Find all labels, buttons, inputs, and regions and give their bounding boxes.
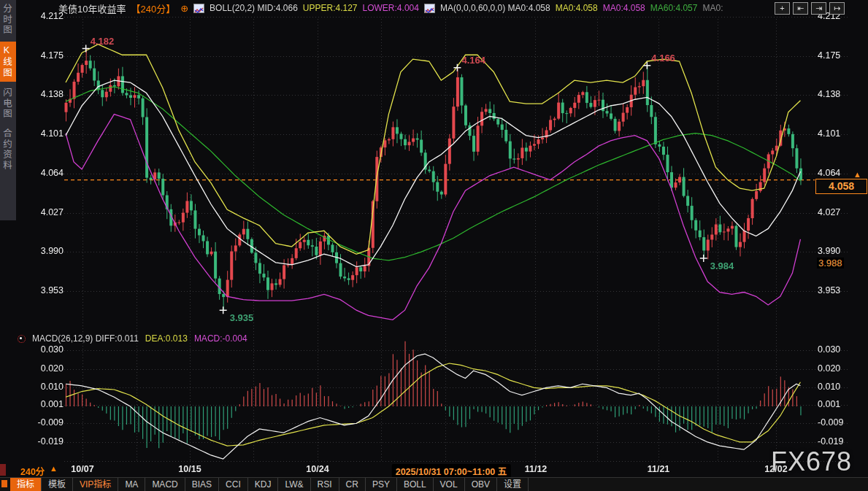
timeframe-label[interactable]: 240分 — [20, 464, 45, 478]
x-axis-label: 10/07 — [71, 464, 93, 474]
y-axis-label: 4.138 — [26, 89, 64, 99]
y-axis-label: 0.020 — [26, 363, 64, 374]
macd-panel-header: MACD(26,12,9) DIFF:0.011DEA:0.013MACD:-0… — [18, 333, 247, 344]
x-axis-highlight-label: 2025/10/31 07:00~11:00 五 — [392, 464, 511, 478]
ma-indicator-icon[interactable] — [424, 4, 435, 13]
x-axis-label: 11/21 — [648, 464, 670, 474]
boll-indicator-icon[interactable] — [193, 4, 204, 13]
sidebar-tab-time-chart[interactable]: 分时图 — [0, 0, 16, 39]
y-axis-label: -0.019 — [26, 436, 64, 446]
macd-value: MACD:-0.004 — [194, 333, 247, 344]
watermark: FX678 — [771, 446, 852, 477]
y-axis-label: 4.027 — [26, 207, 64, 217]
y-axis-label: 0.020 — [818, 363, 840, 374]
y-axis-label: 0.030 — [818, 344, 840, 355]
sidebar: 分时图K线图闪电图合约资料 — [0, 0, 16, 220]
y-axis-label: 0.010 — [26, 382, 64, 392]
indicator-value: MA0:4.058 — [556, 3, 598, 13]
y-axis-label: 3.990 — [818, 246, 840, 256]
sidebar-tab-kline-chart[interactable]: K线图 — [0, 42, 16, 82]
indicator-value: MA(0,0,0,60,0,0) MA0:4.058 — [440, 3, 550, 13]
toolbar-button-bias[interactable]: BIAS — [185, 478, 219, 491]
y-axis-label: 3.953 — [26, 285, 64, 295]
toolbar-button-rsi[interactable]: RSI — [311, 478, 339, 491]
toolbar-button-psy[interactable]: PSY — [366, 478, 397, 491]
target-icon[interactable]: ⊕ — [180, 4, 188, 13]
y-axis-label: 0.010 — [818, 382, 840, 392]
indicator-value: UPPER:4.127 — [303, 3, 358, 13]
x-axis: 240分 ▲ 10/0710/1510/242025/10/31 07:00~1… — [0, 463, 868, 477]
toolbar-button-macd[interactable]: MACD — [145, 478, 185, 491]
chart-header: 美债10年收益率 【240分】 ⊕ BOLL(20,2) MID:4.066UP… — [58, 0, 723, 16]
indicator-value: MA0: — [702, 3, 723, 13]
x-axis-label: 10/15 — [178, 464, 201, 474]
indicator-value: MA0:4.058 — [603, 3, 645, 13]
y-axis-label: 0.001 — [818, 399, 840, 409]
toolbar-button-boll[interactable]: BOLL — [397, 478, 434, 491]
toolbar-button-kdj[interactable]: KDJ — [248, 478, 279, 491]
goto-latest-icon[interactable]: ↦ — [829, 2, 845, 15]
timeframe-arrow-icon[interactable]: ▲ — [50, 464, 58, 473]
indicator-value: LOWER:4.004 — [363, 3, 419, 13]
chart-corner-controls: +⇤⇥↦ — [775, 2, 845, 15]
price-up-arrow-icon: ▲ — [853, 170, 861, 179]
toolbar-button-[interactable]: 设置 — [497, 478, 529, 491]
y-axis-label: -0.019 — [818, 436, 843, 446]
current-price-tag: 4.058 — [815, 179, 867, 194]
indicator-value: MA60:4.057 — [650, 3, 698, 13]
crosshair-icon[interactable]: + — [775, 2, 790, 15]
toolbar-button-lw[interactable]: LW& — [278, 478, 310, 491]
y-axis-label: 3.953 — [818, 285, 840, 295]
y-axis-label: 4.101 — [26, 128, 64, 139]
y-axis-label: 4.064 — [818, 168, 840, 178]
price-annotation: 3.935 — [230, 312, 254, 323]
toolbar-button-obv[interactable]: OBV — [465, 478, 497, 491]
toolbar-button-cci[interactable]: CCI — [219, 478, 248, 491]
y-axis-label: 0.030 — [26, 344, 64, 355]
y-axis-label: -0.009 — [26, 417, 64, 428]
toolbar-button-cr[interactable]: CR — [339, 478, 366, 491]
indicator-value: BOLL(20,2) MID:4.066 — [210, 3, 298, 13]
y-axis-label: 4.101 — [818, 128, 840, 139]
price-annotation: 4.164 — [461, 55, 485, 66]
page-title: 美债10年收益率 — [58, 1, 126, 15]
corner-red-badge — [0, 464, 6, 476]
indicator-values: BOLL(20,2) MID:4.066UPPER:4.127LOWER:4.0… — [193, 3, 723, 13]
y-axis-label: 4.175 — [26, 50, 64, 61]
macd-value: DEA:0.013 — [145, 333, 188, 344]
toolbar-button-[interactable]: 模板 — [42, 478, 73, 491]
x-axis-label: 11/12 — [525, 464, 548, 474]
y-axis-label: 4.175 — [818, 50, 840, 61]
sidebar-tab-contract-info[interactable]: 合约资料 — [0, 125, 16, 174]
y-axis-label: 4.138 — [818, 89, 840, 99]
chart-canvas[interactable] — [0, 0, 868, 491]
corner-orange-badge — [1, 480, 7, 487]
toolbar-button-vol[interactable]: VOL — [434, 478, 465, 491]
sidebar-tab-flash-chart[interactable]: 闪电图 — [0, 84, 16, 123]
macd-values: MACD(26,12,9) DIFF:0.011DEA:0.013MACD:-0… — [32, 333, 247, 344]
y-axis-label: 3.990 — [26, 246, 64, 256]
pan-right-icon[interactable]: ⇥ — [811, 2, 826, 15]
y-axis-label: 4.064 — [26, 168, 64, 178]
pan-left-icon[interactable]: ⇤ — [793, 2, 808, 15]
price-annotation: 3.984 — [710, 260, 734, 271]
toolbar-button-ma[interactable]: MA — [118, 478, 145, 491]
reference-price-label: 3.988 — [817, 258, 844, 268]
y-axis-label: 0.001 — [26, 399, 64, 409]
toolbar-button-[interactable]: 指标 — [10, 478, 42, 491]
price-annotation: 4.182 — [91, 36, 115, 47]
period-badge: 【240分】 — [131, 1, 175, 15]
trading-app-window: 分时图K线图闪电图合约资料 美债10年收益率 【240分】 ⊕ BOLL(20,… — [0, 0, 868, 491]
y-axis-label: 4.027 — [818, 207, 840, 217]
indicator-dot-icon[interactable] — [18, 335, 26, 343]
macd-value: MACD(26,12,9) DIFF:0.011 — [32, 333, 139, 344]
price-annotation: 4.166 — [651, 53, 675, 63]
bottom-toolbar: 指标模板VIP指标MAMACDBIASCCIKDJLW&RSICRPSYBOLL… — [0, 477, 868, 491]
toolbar-button-vip[interactable]: VIP指标 — [73, 478, 118, 491]
y-axis-label: -0.009 — [818, 417, 843, 428]
x-axis-label: 10/24 — [306, 464, 329, 474]
